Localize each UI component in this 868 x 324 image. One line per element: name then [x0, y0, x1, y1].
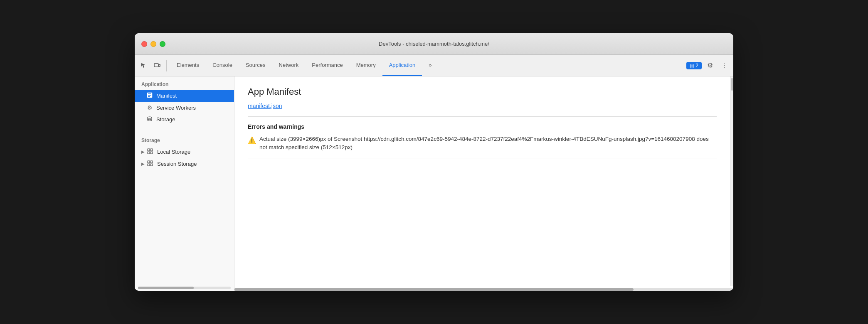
manifest-icon	[146, 92, 153, 99]
tab-list: Elements Console Sources Network Perform…	[170, 55, 686, 76]
svg-rect-9	[150, 161, 153, 163]
traffic-lights	[141, 41, 165, 47]
content-area: App Manifest manifest.json Errors and wa…	[234, 76, 733, 291]
window-title: DevTools - chiseled-mammoth-talos.glitch…	[379, 41, 489, 47]
storage-section-label: Storage	[135, 133, 234, 146]
local-storage-label: Local Storage	[157, 149, 190, 155]
sidebar-divider	[135, 129, 234, 129]
content-divider-2	[248, 159, 717, 159]
minimize-button[interactable]	[150, 41, 156, 47]
content-scrollbar-thumb	[234, 288, 634, 291]
more-options-icon[interactable]: ⋮	[718, 60, 730, 71]
main-area: Application Manifest ⚙ Service Workers	[135, 76, 733, 291]
right-scrollbar[interactable]	[730, 76, 733, 286]
local-storage-grid-icon	[147, 148, 153, 155]
svg-rect-1	[159, 64, 160, 66]
storage-icon	[146, 116, 153, 123]
svg-rect-0	[154, 64, 158, 67]
sidebar-item-service-workers[interactable]: ⚙ Service Workers	[135, 102, 234, 113]
tab-sources[interactable]: Sources	[239, 55, 272, 76]
storage-label: Storage	[156, 116, 175, 123]
tab-application[interactable]: Application	[382, 55, 422, 76]
errors-warnings-title: Errors and warnings	[248, 123, 717, 130]
sidebar-scrollbar[interactable]	[138, 287, 231, 289]
toolbar-right: ▤ 2 ⚙ ⋮	[686, 60, 730, 71]
svg-rect-7	[150, 152, 153, 154]
expand-arrow-session: ▶	[141, 162, 145, 166]
svg-point-3	[148, 117, 152, 118]
warning-icon: ⚠️	[248, 135, 256, 145]
sidebar: Application Manifest ⚙ Service Workers	[135, 76, 234, 291]
devtools-window: DevTools - chiseled-mammoth-talos.glitch…	[135, 33, 733, 291]
manifest-label: Manifest	[156, 93, 177, 99]
maximize-button[interactable]	[160, 41, 165, 47]
session-storage-label: Session Storage	[157, 161, 197, 167]
manifest-link[interactable]: manifest.json	[248, 103, 282, 109]
tab-performance[interactable]: Performance	[305, 55, 349, 76]
svg-rect-10	[148, 164, 150, 166]
svg-rect-8	[148, 161, 150, 163]
sidebar-item-session-storage[interactable]: ▶ Session Storage	[135, 158, 234, 170]
settings-icon[interactable]: ⚙	[704, 60, 716, 71]
service-workers-label: Service Workers	[156, 105, 196, 111]
device-toolbar-icon[interactable]	[151, 60, 163, 71]
tab-memory[interactable]: Memory	[350, 55, 382, 76]
sidebar-item-manifest[interactable]: Manifest	[135, 90, 234, 102]
svg-rect-11	[150, 164, 153, 166]
sidebar-scrollbar-thumb	[138, 287, 194, 289]
toolbar-icons	[138, 60, 167, 71]
application-section-label: Application	[135, 76, 234, 90]
content-inner: App Manifest manifest.json Errors and wa…	[234, 76, 733, 291]
toolbar: Elements Console Sources Network Perform…	[135, 55, 733, 76]
content-divider-1	[248, 116, 717, 117]
tab-console[interactable]: Console	[206, 55, 239, 76]
more-tabs-button[interactable]: »	[422, 55, 438, 76]
svg-rect-6	[148, 152, 150, 154]
inspect-element-icon[interactable]	[138, 60, 150, 71]
content-scrollbar[interactable]	[234, 288, 733, 291]
sidebar-item-storage[interactable]: Storage	[135, 113, 234, 125]
svg-rect-4	[148, 149, 150, 151]
session-storage-grid-icon	[147, 160, 153, 167]
expand-arrow-local: ▶	[141, 150, 145, 154]
warning-row: ⚠️ Actual size (3999×2666)px of Screensh…	[248, 135, 717, 152]
app-manifest-title: App Manifest	[248, 86, 717, 97]
right-scrollbar-thumb	[731, 78, 733, 91]
warning-text: Actual size (3999×2666)px of Screenshot …	[259, 135, 717, 152]
tab-elements[interactable]: Elements	[170, 55, 206, 76]
svg-rect-5	[150, 149, 153, 151]
tab-network[interactable]: Network	[272, 55, 306, 76]
sidebar-item-local-storage[interactable]: ▶ Local Storage	[135, 146, 234, 158]
title-bar: DevTools - chiseled-mammoth-talos.glitch…	[135, 33, 733, 55]
chat-badge[interactable]: ▤ 2	[686, 62, 702, 69]
close-button[interactable]	[141, 41, 147, 47]
gear-icon: ⚙	[146, 104, 153, 111]
